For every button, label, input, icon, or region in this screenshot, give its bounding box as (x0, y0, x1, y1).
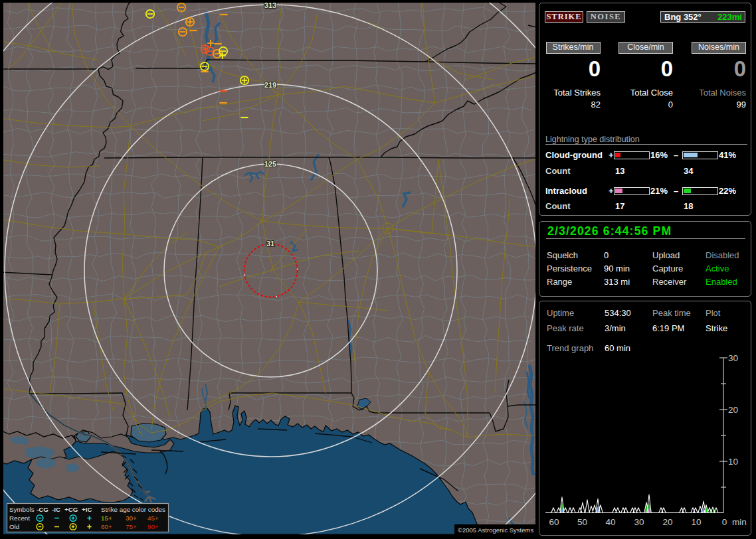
svg-text:45+: 45+ (147, 514, 159, 522)
svg-text:30: 30 (634, 517, 644, 527)
svg-text:50: 50 (577, 517, 587, 527)
svg-text:Old: Old (9, 523, 19, 530)
svg-text:Symbols: Symbols (9, 506, 35, 513)
svg-text:Recent: Recent (9, 514, 30, 522)
svg-text:125: 125 (264, 160, 276, 168)
svg-text:40: 40 (605, 517, 615, 527)
svg-text:15+: 15+ (101, 514, 112, 522)
svg-text:-IC: -IC (52, 506, 60, 513)
svg-text:75+: 75+ (126, 523, 137, 530)
svg-text:10: 10 (691, 517, 701, 527)
svg-text:30: 30 (728, 353, 738, 363)
svg-text:60+: 60+ (101, 523, 112, 530)
svg-text:30+: 30+ (126, 514, 137, 522)
svg-text:20: 20 (662, 517, 672, 527)
svg-text:10: 10 (728, 457, 738, 467)
svg-text:20: 20 (728, 405, 738, 415)
svg-text:60: 60 (549, 517, 559, 527)
svg-text:0: 0 (722, 517, 727, 527)
svg-text:©2005 Astrogenic Systems: ©2005 Astrogenic Systems (458, 526, 533, 534)
svg-text:-CG: -CG (37, 506, 48, 513)
svg-text:min: min (732, 517, 747, 527)
svg-text:+CG: +CG (64, 506, 78, 513)
svg-text:219: 219 (264, 81, 276, 89)
svg-text:Strike age color codes: Strike age color codes (101, 506, 165, 513)
svg-text:+IC: +IC (82, 506, 92, 513)
svg-text:90+: 90+ (147, 523, 159, 530)
svg-text:31: 31 (266, 240, 274, 248)
